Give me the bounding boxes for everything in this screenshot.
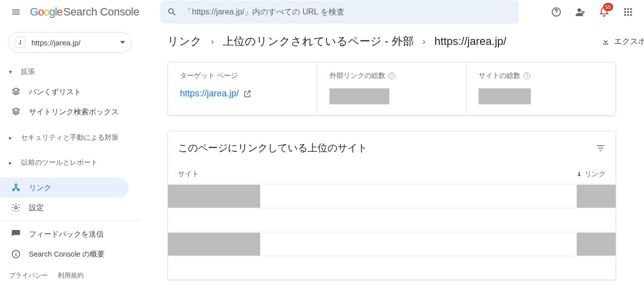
search-input[interactable] [184, 7, 512, 16]
sidebar-item-links[interactable]: リンク [0, 178, 129, 198]
table-title: このページにリンクしている上位のサイト [178, 141, 367, 155]
breadcrumb-icon [10, 87, 22, 97]
menu-toggle[interactable] [6, 2, 26, 22]
chevron-right-icon: › [211, 36, 214, 47]
sidebar-section-enhancements[interactable]: ▾ 拡張 [0, 62, 140, 82]
table-row[interactable] [168, 232, 616, 256]
svg-point-2 [578, 8, 581, 12]
sidebar-item-label: 設定 [29, 203, 44, 213]
target-page-link[interactable]: https://jarea.jp/ [180, 88, 305, 99]
svg-point-8 [627, 11, 629, 13]
collapse-icon: ▾ [9, 68, 17, 75]
redacted-site [168, 185, 260, 208]
sidebar-item-settings[interactable]: 設定 [0, 198, 140, 218]
manage-users-icon [575, 6, 586, 17]
card-label: サイトの総数 ? [479, 71, 604, 80]
url-inspection-search[interactable] [160, 0, 519, 23]
help-icon[interactable]: ? [523, 72, 530, 79]
sidebar-item-sitelinks[interactable]: サイトリンク検索ボックス [0, 102, 140, 122]
open-external-icon [243, 89, 252, 98]
redacted-count [577, 257, 616, 280]
column-site[interactable]: サイト [178, 170, 576, 179]
sitelinks-icon [10, 107, 22, 117]
breadcrumb: リンク › 上位のリンクされているページ - 外部 › https://jare… [167, 34, 644, 49]
apps-button[interactable] [618, 2, 638, 22]
redacted-site [168, 233, 260, 256]
notifications-button[interactable]: 55 [594, 2, 614, 22]
notification-badge: 55 [603, 3, 613, 11]
card-external-links: 外部リンクの総数 ? [318, 62, 467, 115]
redacted-value [329, 88, 389, 104]
export-button[interactable]: エクスポ [601, 36, 644, 47]
expand-icon: ▸ [9, 134, 17, 141]
svg-point-10 [624, 14, 626, 16]
table-row[interactable] [168, 256, 616, 280]
svg-point-9 [630, 11, 632, 13]
table-header: このページにリンクしている上位のサイト [168, 131, 616, 165]
links-icon [10, 183, 22, 193]
sidebar-item-breadcrumbs[interactable]: パンくずリスト [0, 82, 140, 102]
sidebar-section-label: 以前のツールとレポート [21, 158, 98, 167]
breadcrumb-top-linked[interactable]: 上位のリンクされているページ - 外部 [223, 34, 414, 49]
svg-point-11 [627, 14, 629, 16]
card-label: ターゲット ページ [180, 71, 305, 80]
expand-icon: ▸ [9, 159, 17, 166]
sidebar-item-feedback[interactable]: フィードバックを送信 [0, 224, 140, 244]
filter-icon [596, 143, 606, 153]
property-selector[interactable]: J https://jarea.jp/ [8, 32, 132, 53]
sidebar-item-about[interactable]: Search Console の概要 [0, 244, 140, 264]
sidebar: J https://jarea.jp/ ▾ 拡張 パンくずリスト サイトリンク検… [0, 24, 140, 297]
table-column-headers: サイト リンク [168, 165, 616, 184]
sidebar-item-label: サイトリンク検索ボックス [29, 107, 119, 117]
google-logo: Google [30, 5, 62, 18]
property-favicon: J [14, 37, 25, 48]
svg-point-6 [630, 8, 632, 10]
users-button[interactable] [570, 2, 590, 22]
sidebar-divider [0, 221, 140, 221]
breadcrumb-current: https://jarea.jp/ [435, 35, 506, 48]
sidebar-section-security[interactable]: ▸ セキュリティと手動による対策 [0, 128, 140, 148]
help-icon[interactable]: ? [388, 72, 395, 79]
download-icon [601, 37, 610, 46]
info-icon [10, 249, 22, 259]
feedback-icon [10, 229, 22, 239]
card-total-sites: サイトの総数 ? [467, 62, 616, 115]
redacted-site [168, 257, 260, 280]
sidebar-section-legacy[interactable]: ▸ 以前のツールとレポート [0, 153, 140, 173]
table-row[interactable] [168, 208, 616, 232]
arrow-down-icon [576, 171, 583, 178]
svg-point-7 [624, 11, 626, 13]
chevron-right-icon: › [423, 36, 426, 47]
table-row[interactable] [168, 184, 616, 208]
sidebar-item-label: パンくずリスト [29, 87, 81, 97]
svg-point-13 [15, 184, 16, 186]
sidebar-item-label: リンク [29, 183, 51, 193]
redacted-count [577, 185, 616, 208]
sidebar-section-label: 拡張 [21, 67, 35, 76]
gear-icon [10, 203, 22, 213]
apps-icon [624, 7, 633, 16]
linking-sites-table: このページにリンクしている上位のサイト サイト リンク [167, 131, 616, 280]
help-icon [551, 6, 562, 17]
export-label: エクスポ [614, 36, 644, 47]
column-links[interactable]: リンク [576, 170, 606, 179]
redacted-value [479, 88, 531, 104]
main-content: リンク › 上位のリンクされているページ - 外部 › https://jare… [150, 26, 644, 297]
property-name: https://jarea.jp/ [31, 38, 120, 47]
svg-point-12 [630, 14, 632, 16]
terms-link[interactable]: 利用規約 [58, 272, 84, 279]
dropdown-icon [120, 41, 125, 44]
redacted-count [577, 233, 616, 256]
redacted-site [168, 209, 260, 232]
hamburger-icon [11, 7, 21, 17]
sidebar-footer: プライバシー 利用規約 [0, 264, 140, 287]
help-button[interactable] [546, 2, 566, 22]
svg-point-1 [556, 13, 556, 14]
target-url: https://jarea.jp/ [180, 88, 239, 99]
privacy-link[interactable]: プライバシー [9, 272, 48, 279]
app-header: Google Search Console 55 [0, 0, 644, 24]
breadcrumb-links[interactable]: リンク [167, 34, 202, 49]
summary-cards: ターゲット ページ https://jarea.jp/ 外部リンクの総数 ? サ… [167, 62, 616, 116]
filter-button[interactable] [596, 143, 606, 153]
product-logo[interactable]: Google Search Console [30, 5, 139, 18]
